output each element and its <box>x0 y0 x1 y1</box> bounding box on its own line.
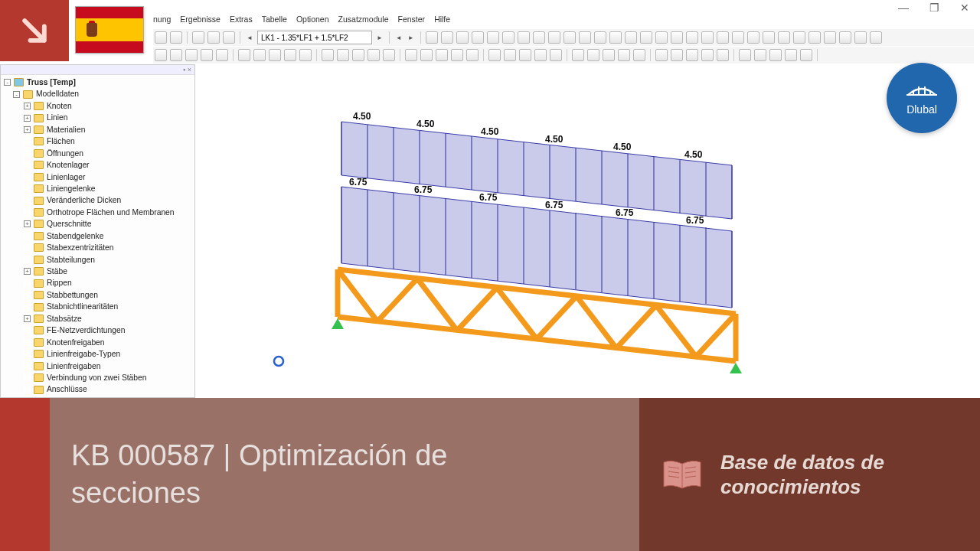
toolbar-icon[interactable] <box>564 31 576 44</box>
tree-node[interactable]: Stabteilungen <box>4 254 191 266</box>
toolbar-icon[interactable] <box>299 49 312 61</box>
toolbar-icon[interactable] <box>456 31 469 44</box>
tree-node[interactable]: Öffnungen <box>4 148 191 159</box>
menu-item[interactable]: Tabelle <box>262 15 287 28</box>
tree-node[interactable]: Stabexzentrizitäten <box>4 242 191 253</box>
toolbar-icon[interactable] <box>671 49 683 61</box>
toolbar-icon[interactable] <box>701 49 714 61</box>
toolbar-icon[interactable] <box>854 31 867 44</box>
toolbar-icon[interactable] <box>550 49 562 61</box>
tree-node[interactable]: FE-Netzverdichtungen <box>4 324 191 336</box>
toolbar-icon[interactable] <box>472 31 484 44</box>
toolbar-icon[interactable] <box>405 49 417 61</box>
toolbar-icon[interactable] <box>201 49 213 61</box>
toolbar-icon[interactable] <box>223 31 235 44</box>
toolbar-icon[interactable] <box>754 49 766 61</box>
tree-node[interactable]: Stabendgelenke <box>4 230 191 242</box>
tree-node[interactable]: +Materialien <box>4 124 191 135</box>
menu-item[interactable]: Optionen <box>296 15 329 28</box>
toolbar-icon[interactable] <box>793 31 805 44</box>
toolbar-icon[interactable] <box>548 31 560 44</box>
toolbar-icon[interactable] <box>747 31 760 44</box>
toolbar-icon[interactable] <box>686 49 698 61</box>
toolbar-icon[interactable] <box>625 31 637 44</box>
toolbar-icon[interactable] <box>269 49 281 61</box>
toolbar-icon[interactable] <box>655 49 668 61</box>
tree-node[interactable]: Liniengelenke <box>4 183 191 194</box>
toolbar-icon[interactable] <box>170 49 182 61</box>
toolbar-icon[interactable] <box>488 49 501 61</box>
toolbar-icon[interactable] <box>451 49 463 61</box>
toolbar-icon[interactable] <box>572 49 584 61</box>
menu-item[interactable]: Fenster <box>398 15 426 28</box>
tree-node[interactable]: Linienlager <box>4 171 191 183</box>
tree-node[interactable]: Stabnichtlinearitäten <box>4 301 191 312</box>
tree-node[interactable]: Flächen <box>4 135 191 147</box>
menu-item[interactable]: Ergebnisse <box>180 15 220 28</box>
toolbar-icon[interactable] <box>655 31 668 44</box>
tree-node[interactable]: +Querschnitte <box>4 218 191 230</box>
toolbar-icon[interactable] <box>739 49 751 61</box>
close-button[interactable]: ✕ <box>949 0 980 15</box>
toolbar-icon[interactable] <box>504 49 516 61</box>
toolbar-icon[interactable] <box>579 31 591 44</box>
tree-node[interactable]: -Truss [Temp] <box>4 77 191 88</box>
tree-node[interactable]: Orthotrope Flächen und Membranen <box>4 207 191 218</box>
toolbar-icon[interactable] <box>383 49 395 61</box>
toolbar-icon[interactable] <box>732 31 744 44</box>
menu-item[interactable]: Hilfe <box>434 15 450 28</box>
toolbar-icon[interactable] <box>534 49 547 61</box>
toolbar-icon[interactable] <box>587 49 599 61</box>
tree-node[interactable]: Linienfreigaben <box>4 360 191 372</box>
toolbar-icon[interactable] <box>238 49 250 61</box>
toolbar-icon[interactable] <box>633 49 645 61</box>
tree-node[interactable]: Stabbettungen <box>4 289 191 301</box>
toolbar-icon[interactable] <box>785 49 797 61</box>
toolbar-icon[interactable] <box>763 31 775 44</box>
tree-node[interactable]: Knotenlager <box>4 159 191 171</box>
toolbar-icon[interactable] <box>701 31 714 44</box>
tree-node[interactable]: +Linien <box>4 112 191 123</box>
nav-left-icon[interactable]: ◄ <box>394 34 403 41</box>
toolbar-icon[interactable] <box>426 31 438 44</box>
toolbar-icon[interactable] <box>609 31 622 44</box>
tree-node[interactable]: Knotenfreigaben <box>4 337 191 348</box>
toolbar-icon[interactable] <box>502 31 514 44</box>
tree-node[interactable]: +Stäbe <box>4 266 191 277</box>
toolbar-icon[interactable] <box>284 49 296 61</box>
toolbar-icon[interactable] <box>441 31 453 44</box>
toolbar-icon[interactable] <box>533 31 545 44</box>
toolbar-icon[interactable] <box>207 31 220 44</box>
next-loadcase-icon[interactable]: ► <box>375 34 384 41</box>
nav-right-icon[interactable]: ► <box>407 34 416 41</box>
tree-node[interactable]: Anschlüsse <box>4 383 191 395</box>
toolbar-icon[interactable] <box>436 49 448 61</box>
toolbar-icon[interactable] <box>717 49 729 61</box>
toolbar-icon[interactable] <box>192 31 204 44</box>
toolbar-icon[interactable] <box>155 49 167 61</box>
prev-loadcase-icon[interactable]: ◄ <box>245 34 254 41</box>
toolbar-icon[interactable] <box>808 31 821 44</box>
toolbar-icon[interactable] <box>824 31 836 44</box>
menu-item[interactable]: Zusatzmodule <box>338 15 389 28</box>
toolbar-icon[interactable] <box>603 49 615 61</box>
minimize-button[interactable]: — <box>888 0 919 15</box>
toolbar-icon[interactable] <box>155 31 167 44</box>
toolbar-icon[interactable] <box>170 31 182 44</box>
tree-node[interactable]: +Knoten <box>4 100 191 112</box>
toolbar-icon[interactable] <box>519 49 531 61</box>
tree-node[interactable]: Veränderliche Dicken <box>4 194 191 206</box>
tree-node[interactable]: Verbindung von zwei Stäben <box>4 372 191 383</box>
tree-node[interactable]: Rippen <box>4 277 191 289</box>
toolbar-icon[interactable] <box>216 49 228 61</box>
tree-node[interactable]: Linienfreigabe-Typen <box>4 348 191 360</box>
toolbar-icon[interactable] <box>839 31 851 44</box>
toolbar-icon[interactable] <box>717 31 729 44</box>
toolbar-icon[interactable] <box>518 31 530 44</box>
toolbar-icon[interactable] <box>870 31 882 44</box>
toolbar-icon[interactable] <box>778 31 790 44</box>
toolbar-icon[interactable] <box>352 49 364 61</box>
maximize-button[interactable]: ❐ <box>919 0 949 15</box>
toolbar-icon[interactable] <box>466 49 479 61</box>
menu-item[interactable]: nung <box>153 15 171 28</box>
